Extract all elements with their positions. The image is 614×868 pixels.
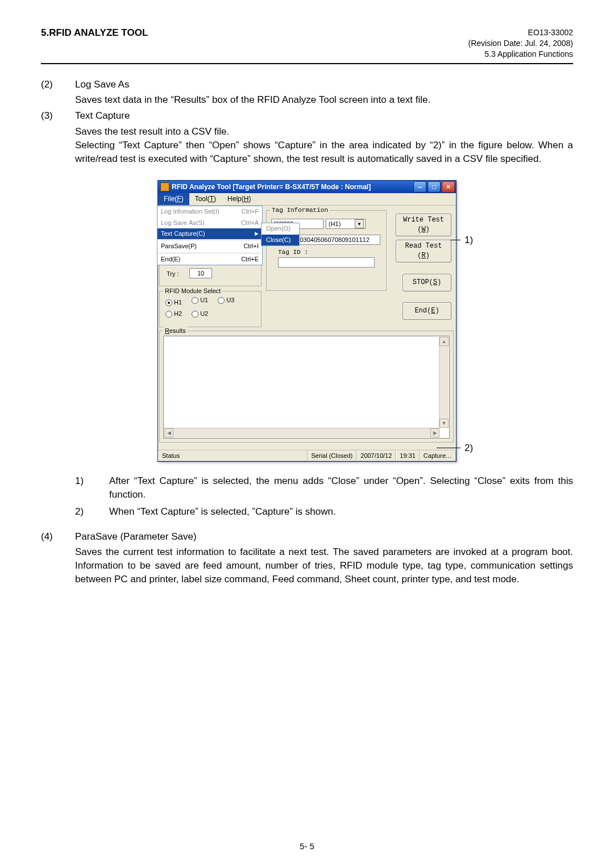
scroll-left-icon[interactable]: ◀ <box>164 428 173 437</box>
item-2-text: Saves text data in the “Results” box of … <box>75 93 573 107</box>
item-3-line1: Saves the test result into a CSV file. <box>75 125 573 139</box>
page-footer: 5- 5 <box>0 841 614 851</box>
app-window: RFID Analyze Tool [Target Printer= B-SX4… <box>157 180 457 462</box>
item-3-title: Text Capture <box>75 109 573 123</box>
chevron-down-icon: ▼ <box>355 219 364 228</box>
menu-help[interactable]: Help(H) <box>222 193 256 205</box>
close-button[interactable]: × <box>442 181 455 193</box>
menu-file[interactable]: File(F) <box>158 193 189 205</box>
vertical-scrollbar[interactable]: ▲ ▼ <box>439 337 449 428</box>
window-title: RFID Analyze Tool [Target Printer= B-SX4… <box>172 182 371 192</box>
figure-wrap: 1) 2) RFID Analyze Tool [Target Printer=… <box>41 180 573 462</box>
status-panel-serial: Serial (Closed) <box>308 450 357 461</box>
sub-2-text: When “Text Capture” is selected, ”Captur… <box>109 505 573 519</box>
status-panel-capture: Capture… <box>420 450 456 461</box>
menu-separator <box>159 240 261 240</box>
after-figure-notes: 1) After “Text Capture” is selected, the… <box>75 474 573 518</box>
radio-h2[interactable]: H2 <box>165 310 182 318</box>
header-right: EO13-33002 (Revision Date: Jul. 24, 2008… <box>468 27 573 60</box>
submenu-open[interactable]: Open(O) <box>262 223 299 234</box>
radio-dot-icon <box>192 297 198 304</box>
radio-dot-icon <box>192 311 198 318</box>
results-textarea[interactable]: ▲ ▼ ◀ ▶ <box>163 336 450 439</box>
stop-button[interactable]: STOP(S) <box>403 274 451 291</box>
submenu-close[interactable]: Close(C) <box>262 235 299 245</box>
read-test-button[interactable]: Read Test (R) <box>396 240 451 262</box>
submenu-arrow-icon: ▶ <box>255 230 259 237</box>
menuitem-parasave[interactable]: ParaSave(P) Ctrl+I <box>157 241 262 252</box>
client-area: Log Infomation Set(I) Ctrl+F Log Save As… <box>158 206 456 450</box>
callout-1: 1) <box>464 233 473 247</box>
tag-id-input[interactable] <box>278 257 375 268</box>
statusbar: Status Serial (Closed) 2007/10/12 19:31 … <box>158 450 456 461</box>
item-4-num: (4) <box>41 530 75 586</box>
figure-inner: 1) 2) RFID Analyze Tool [Target Printer=… <box>157 180 457 462</box>
item-2-title: Log Save As <box>75 78 573 91</box>
tag-info-label: Tag Information <box>270 206 330 215</box>
callout-2-label: 2) <box>464 443 473 453</box>
status-panel-time: 19:31 <box>396 450 420 461</box>
status-panel-main: Status <box>158 450 308 461</box>
page-header: 5.RFID ANALYZE TOOL EO13-33002 (Revision… <box>41 27 573 64</box>
scroll-up-icon[interactable]: ▲ <box>439 337 449 346</box>
item-4-title: ParaSave (Parameter Save) <box>75 530 573 544</box>
radio-h1[interactable]: H1 <box>165 298 182 307</box>
radio-u1[interactable]: U1 <box>192 296 208 304</box>
results-label: Results <box>163 327 188 335</box>
window-controls: – □ × <box>413 181 455 193</box>
menuitem-loginfo[interactable]: Log Infomation Set(I) Ctrl+F <box>157 206 262 217</box>
status-panel-date: 2007/10/12 <box>356 450 396 461</box>
rfid-module-group: RFID Module Select H1 U1 <box>159 291 262 327</box>
try-input[interactable]: 10 <box>189 268 212 278</box>
radio-dot-icon <box>218 297 225 304</box>
sub-2-num: 2) <box>75 505 109 519</box>
header-section: 5.3 Application Functions <box>468 49 573 60</box>
file-dropdown: Log Infomation Set(I) Ctrl+F Log Save As… <box>157 206 263 265</box>
app-icon <box>160 182 169 191</box>
radio-u3[interactable]: U3 <box>218 296 234 304</box>
results-group: Results ▲ ▼ ◀ ▶ <box>159 331 454 443</box>
scroll-right-icon[interactable]: ▶ <box>430 428 439 437</box>
radio-dot-icon <box>165 299 172 306</box>
titlebar[interactable]: RFID Analyze Tool [Target Printer= B-SX4… <box>158 181 456 193</box>
menuitem-end[interactable]: End(E) Ctrl+E <box>157 254 262 265</box>
horizontal-scrollbar[interactable]: ◀ ▶ <box>164 428 439 437</box>
document-page: 5.RFID ANALYZE TOOL EO13-33002 (Revision… <box>0 0 614 868</box>
sub-1-text: After “Text Capture” is selected, the me… <box>109 474 573 502</box>
header-rev: (Revision Date: Jul. 24, 2008) <box>468 38 573 49</box>
try-label: Try : <box>167 270 179 278</box>
radio-dot-icon <box>165 311 172 318</box>
radio-u2[interactable]: U2 <box>192 310 208 318</box>
scroll-down-icon[interactable]: ▼ <box>439 419 449 428</box>
header-left: 5.RFID ANALYZE TOOL <box>41 27 148 39</box>
rfid-module-label: RFID Module Select <box>163 287 222 295</box>
callout-1-label: 1) <box>464 235 473 245</box>
callout-2: 2) <box>464 441 473 455</box>
menuitem-textcapture[interactable]: Text Capture(C) ▶ <box>157 228 262 239</box>
end-button[interactable]: End(E) <box>403 302 451 320</box>
sub-1-num: 1) <box>75 474 109 502</box>
item-3-num: (3) <box>41 109 75 165</box>
item-2-num: (2) <box>41 78 75 107</box>
item-3: (3) Text Capture Saves the test result i… <box>41 109 573 165</box>
minimize-button[interactable]: – <box>413 181 426 193</box>
item-2: (2) Log Save As Saves text data in the “… <box>41 78 573 107</box>
header-code: EO13-33002 <box>468 27 573 38</box>
menuitem-logsaveas[interactable]: Log Save As(S) Ctrl+A <box>157 218 262 228</box>
item-4: (4) ParaSave (Parameter Save) Saves the … <box>41 530 573 586</box>
item-4-text: Saves the current test information to fa… <box>75 545 573 586</box>
menu-separator <box>159 253 261 253</box>
main-content: (2) Log Save As Saves text data in the “… <box>41 78 573 586</box>
menu-tool[interactable]: Tool(T) <box>189 193 222 205</box>
write-test-button[interactable]: Write Test (W) <box>396 214 451 236</box>
tag-h-select[interactable]: (H1) ▼ <box>326 219 366 229</box>
tag-id-label: Tag ID : <box>278 248 308 257</box>
menubar: File(F) Tool(T) Help(H) <box>158 193 456 206</box>
maximize-button[interactable]: □ <box>428 181 441 193</box>
item-3-line2: Selecting “Text Capture” then “Open” sho… <box>75 139 573 166</box>
textcapture-submenu: Open(O) Close(C) <box>261 223 300 246</box>
